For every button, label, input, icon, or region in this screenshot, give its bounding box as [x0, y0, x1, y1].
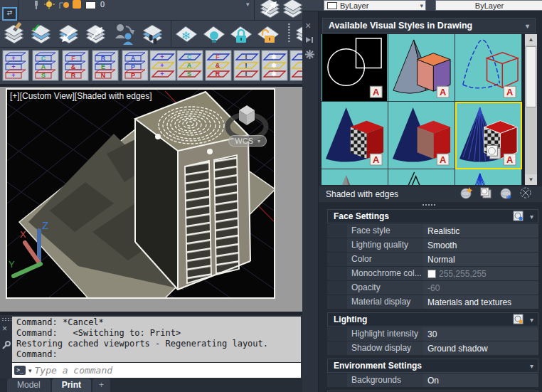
layout-switch-icon[interactable]: ⇄ — [2, 7, 17, 21]
property-value[interactable]: Normal — [423, 253, 538, 266]
layer-combo-chevron-icon[interactable]: ▾ — [246, 1, 250, 8]
property-value[interactable]: -60 — [423, 281, 538, 295]
layer-state-app-icon[interactable]: APP — [122, 50, 149, 83]
chevron-down-icon[interactable]: ▾ — [526, 22, 529, 30]
property-row-backgrounds[interactable]: BackgroundsOn — [327, 374, 538, 388]
chevron-down-icon[interactable]: ▾ — [530, 316, 533, 324]
property-value[interactable]: Materials and textures — [423, 295, 538, 309]
layer-freeze-icon[interactable]: ❄ — [174, 21, 199, 48]
row-gutter — [327, 327, 347, 341]
visual-style-thumb-conceptual[interactable]: A — [388, 34, 455, 102]
layer-flat-cas-icon[interactable]: CAS — [176, 50, 203, 83]
close-icon[interactable]: × — [305, 20, 311, 31]
visual-style-thumb-wireframe[interactable]: A — [455, 169, 522, 185]
properties-menu-icon[interactable] — [305, 50, 314, 59]
property-row-highlight-intensity[interactable]: Highlight intensity30 — [327, 327, 538, 341]
command-input[interactable]: >_ ▾ Type a command — [12, 363, 301, 378]
command-window-handle[interactable]: × — [0, 315, 12, 378]
color-control-value: ByLayer — [340, 1, 368, 10]
model-viewport[interactable]: Z X Y [+][Custom View][Shaded with edges… — [6, 88, 275, 299]
property-value[interactable]: 255,255,255 — [423, 267, 538, 280]
property-value[interactable]: Realistic — [423, 224, 538, 238]
visual-style-thumb-realistic[interactable]: A — [322, 102, 388, 169]
layer-color-swatch[interactable] — [85, 1, 96, 9]
property-row-face-style[interactable]: Face styleRealistic — [327, 224, 538, 238]
visual-style-thumb-hidden[interactable]: A — [455, 34, 522, 102]
lighting-tool-icon[interactable] — [513, 314, 524, 325]
layer-state-plus-icon[interactable]: +++ — [2, 50, 29, 83]
layer-footprints-icon[interactable] — [140, 21, 165, 48]
svg-text:!: ! — [245, 53, 248, 60]
layer-state-ren-icon[interactable]: REN — [92, 50, 119, 83]
visual-style-thumb-shades-of-gray[interactable]: A — [322, 169, 388, 185]
layer-flat-plus-icon[interactable]: +++ — [149, 50, 176, 83]
face-settings-tool-icon[interactable] — [513, 211, 524, 222]
layer-flat-freeze-icon[interactable]: ❄❄❄ — [261, 50, 288, 83]
property-row-material-display[interactable]: Material displayMaterials and textures — [327, 295, 538, 309]
copy-to-layer-up-icon[interactable] — [83, 21, 108, 48]
row-gutter — [327, 253, 347, 266]
drag-grip-icon[interactable] — [1, 317, 11, 322]
export-visual-style-to-tool-palette-icon[interactable] — [499, 186, 513, 202]
property-value[interactable]: Ground shadow — [423, 341, 538, 355]
layer-match-icon[interactable] — [1, 21, 26, 48]
add-layout-button[interactable]: + — [92, 378, 110, 392]
create-new-visual-style-icon[interactable] — [459, 186, 473, 202]
layer-isolate-icon[interactable] — [73, 0, 81, 9]
visual-styles-grid: A A A A A A A A A — [322, 34, 524, 185]
chevron-down-icon[interactable]: ▾ — [530, 213, 533, 221]
layer-unlock-icon[interactable] — [256, 21, 281, 48]
apply-visual-style-to-viewport-icon[interactable] — [479, 186, 493, 202]
wrench-icon[interactable] — [2, 341, 11, 349]
layer-state-far-icon[interactable]: F&R — [62, 50, 89, 83]
property-row-lighting-quality[interactable]: Lighting qualitySmooth — [327, 238, 538, 253]
layer-off-icon[interactable] — [202, 21, 227, 48]
visual-style-thumb-shaded-with-edges[interactable]: A — [455, 102, 522, 169]
splitter-grip-icon[interactable] — [423, 204, 424, 206]
palette-titlebar[interactable]: × — [302, 11, 318, 392]
tab-print[interactable]: Print — [52, 378, 91, 392]
scroll-down-icon[interactable]: ▼ — [525, 174, 537, 185]
delete-visual-style-icon[interactable] — [519, 186, 533, 202]
tab-model[interactable]: Model — [7, 378, 51, 392]
property-row-monochrome-col[interactable]: Monochrome col...255,255,255 — [327, 267, 538, 281]
visual-style-thumb-sketchy[interactable]: A — [388, 169, 455, 185]
layer-sun-icon[interactable] — [44, 0, 55, 9]
property-row-shadow-display[interactable]: Shadow displayGround shadow — [327, 341, 538, 356]
section-header-face-settings[interactable]: Face Settings▾ — [327, 209, 538, 223]
layer-pin-icon[interactable] — [31, 0, 41, 9]
command-prompt-icon[interactable]: >_ — [14, 366, 26, 375]
property-row-opacity[interactable]: Opacity-60 — [327, 281, 538, 295]
layer-flat-far-icon[interactable]: F&R — [205, 50, 232, 83]
layer-light-icon[interactable] — [58, 0, 70, 9]
color-control-combo[interactable]: ByLayer ▾ — [324, 0, 426, 11]
layer-lock-icon[interactable] — [229, 21, 254, 48]
scrollbar-thumb[interactable] — [526, 46, 536, 107]
property-value[interactable]: On — [423, 374, 538, 387]
close-icon[interactable]: × — [2, 324, 7, 334]
linetype-control-combo[interactable]: ByLayer — [435, 0, 542, 11]
scroll-up-icon[interactable]: ▲ — [525, 34, 537, 45]
make-object-layer-current-icon[interactable]: ✓ — [28, 21, 53, 48]
wcs-dropdown[interactable]: WCS ▾ — [228, 135, 267, 147]
scrollbar[interactable]: ▲ ▼ — [525, 34, 537, 185]
copy-to-layer-down-icon[interactable] — [56, 21, 81, 48]
layer-flat-alert-icon[interactable]: !!! — [233, 50, 260, 83]
palette-header[interactable]: Available Visual Styles in Drawing ▾ — [322, 18, 536, 33]
section-header-environment-settings[interactable]: Environment Settings▾ — [327, 359, 538, 373]
layer-stack-icon[interactable] — [280, 0, 305, 22]
visual-style-thumb-2d-wireframe[interactable]: A — [322, 34, 388, 102]
chevron-down-icon[interactable]: ▾ — [530, 362, 533, 370]
section-header-lighting[interactable]: Lighting▾ — [327, 312, 538, 327]
visual-style-thumb-shaded[interactable]: A — [388, 102, 455, 169]
auto-hide-icon[interactable] — [305, 36, 314, 44]
layer-stack-icon[interactable] — [257, 0, 282, 22]
chevron-down-icon[interactable]: ▾ — [28, 367, 32, 374]
viewport-controls-label[interactable]: [+][Custom View][Shaded with edges] — [10, 91, 152, 101]
property-value[interactable]: 30 — [423, 327, 538, 341]
layer-state-cas-icon[interactable]: CAS — [32, 50, 59, 83]
property-value[interactable]: Smooth — [423, 238, 538, 252]
layer-flat-partial-icon[interactable] — [289, 50, 303, 83]
property-row-color[interactable]: ColorNormal — [327, 253, 538, 267]
layer-walk-icon[interactable] — [112, 21, 137, 48]
